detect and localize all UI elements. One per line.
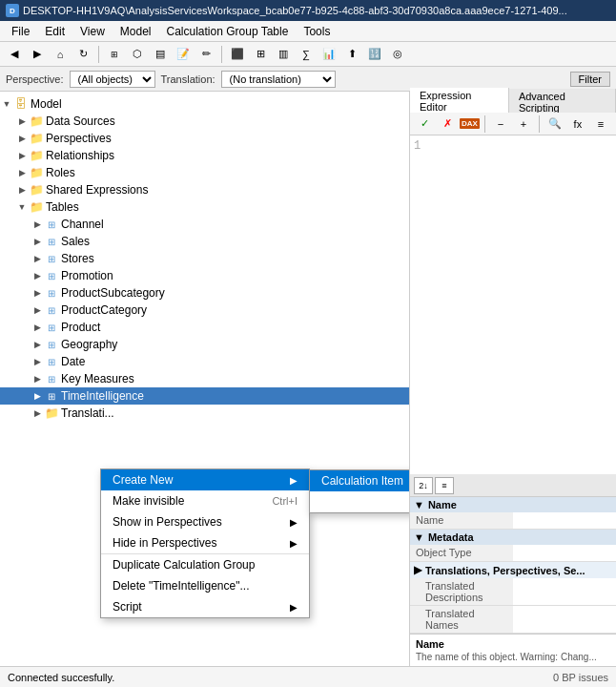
description-panel: Name The name of this object. Warning: C…	[410, 634, 616, 666]
tree-node-datasources[interactable]: ▶ 📁 Data Sources	[0, 113, 409, 130]
tb-measure-btn[interactable]: ∑	[296, 45, 317, 64]
toggle-timeintelligence[interactable]: ▶	[31, 389, 44, 403]
tb-deploy-btn[interactable]: ⬛	[227, 45, 248, 64]
toggle-model[interactable]: ▼	[0, 97, 13, 111]
toggle-translations[interactable]: ▶	[31, 406, 44, 420]
cm-duplicate[interactable]: Duplicate Calculation Group	[101, 553, 309, 575]
tree-node-stores[interactable]: ▶ ⊞ Stores	[0, 250, 409, 267]
tb-edit-btn[interactable]: ✏	[195, 45, 216, 64]
tree-label-tables: Tables	[46, 200, 79, 214]
tb-refresh-btn[interactable]: ↻	[72, 45, 93, 64]
tab-expression-editor[interactable]: Expression Editor	[410, 88, 509, 116]
tree-node-product[interactable]: ▶ ⊞ Product	[0, 319, 409, 336]
expr-plus-btn[interactable]: +	[513, 114, 534, 134]
tree-node-translations[interactable]: ▶ 📁 Translati...	[0, 405, 409, 422]
props-val-transnames[interactable]	[513, 606, 616, 633]
props-sort-btn[interactable]: 2↓	[414, 477, 433, 494]
cm-create-new[interactable]: Create New ▶ Calculation Item Measure Al…	[101, 469, 309, 490]
tb-kpi-btn[interactable]: 📊	[318, 45, 339, 64]
props-val-objecttype[interactable]	[513, 545, 616, 561]
perspective-select[interactable]: (All objects)	[70, 71, 155, 88]
menu-file[interactable]: File	[4, 23, 37, 40]
tree-node-geography[interactable]: ▶ ⊞ Geography	[0, 336, 409, 353]
submenu-calculation-item[interactable]: Calculation Item	[310, 470, 410, 491]
tb-home-btn[interactable]: ⌂	[50, 45, 71, 64]
props-section-metadata[interactable]: ▼ Metadata	[410, 530, 616, 545]
title-bar: D DESKTOP-HH1V9AQ\AnalysisServicesWorksp…	[0, 0, 616, 21]
tree-node-relationships[interactable]: ▶ 📁 Relationships	[0, 147, 409, 164]
props-section-translations[interactable]: ▶ Translations, Perspectives, Se...	[410, 562, 616, 578]
toggle-date[interactable]: ▶	[31, 355, 44, 368]
tree-node-perspectives[interactable]: ▶ 📁 Perspectives	[0, 130, 409, 147]
properties-toolbar: 2↓ ≡	[410, 474, 616, 497]
props-val-transdescs[interactable]	[513, 578, 616, 605]
tb-table-btn[interactable]: ⊞	[250, 45, 271, 64]
toggle-promotion[interactable]: ▶	[31, 269, 44, 282]
translation-select[interactable]: (No translation)	[221, 71, 336, 88]
tree-node-keymeasures[interactable]: ▶ ⊞ Key Measures	[0, 370, 409, 387]
toggle-product[interactable]: ▶	[31, 321, 44, 334]
tree-node-productsubcategory[interactable]: ▶ ⊞ ProductSubcategory	[0, 284, 409, 302]
tree-node-shared-expressions[interactable]: ▶ 📁 Shared Expressions	[0, 181, 409, 198]
menu-model[interactable]: Model	[113, 23, 159, 40]
cm-hide-perspectives[interactable]: Hide in Perspectives ▶	[101, 532, 309, 553]
tree-node-channel[interactable]: ▶ ⊞ Channel	[0, 216, 409, 233]
toggle-productcategory[interactable]: ▶	[31, 303, 44, 317]
expr-checkmark-btn[interactable]: ✓	[414, 114, 435, 134]
menu-tools[interactable]: Tools	[296, 23, 338, 40]
expr-minus-btn[interactable]: −	[490, 114, 511, 134]
cm-hide-perspectives-label: Hide in Perspectives	[113, 536, 216, 550]
props-section-name[interactable]: ▼ Name	[410, 497, 616, 512]
expr-cancel-btn[interactable]: ✗	[437, 114, 458, 134]
toggle-stores[interactable]: ▶	[31, 252, 44, 265]
menu-calc-group[interactable]: Calculation Group Table	[159, 23, 297, 40]
tb-script-btn[interactable]: 📝	[173, 45, 194, 64]
tree-node-sales[interactable]: ▶ ⊞ Sales	[0, 233, 409, 250]
toggle-datasources[interactable]: ▶	[15, 114, 29, 128]
tree-node-roles[interactable]: ▶ 📁 Roles	[0, 164, 409, 181]
tree-node-productcategory[interactable]: ▶ ⊞ ProductCategory	[0, 302, 409, 319]
tree-node-model[interactable]: ▼ 🗄 Model	[0, 95, 409, 113]
expr-func-btn[interactable]: fx	[567, 114, 588, 134]
tree-label-model: Model	[31, 97, 62, 111]
submenu-measure[interactable]: Measure Alt+1	[310, 491, 410, 512]
filter-button[interactable]: Filter	[570, 72, 610, 87]
cm-show-perspectives[interactable]: Show in Perspectives ▶	[101, 511, 309, 532]
toggle-channel[interactable]: ▶	[31, 218, 44, 231]
toggle-sales[interactable]: ▶	[31, 235, 44, 248]
tree-node-promotion[interactable]: ▶ ⊞ Promotion	[0, 267, 409, 284]
tb-back-btn[interactable]: ◀	[4, 45, 25, 64]
translation-label: Translation:	[161, 73, 216, 85]
expr-more-btn[interactable]: ≡	[590, 114, 611, 134]
toggle-tables[interactable]: ▼	[15, 200, 29, 214]
props-list-btn[interactable]: ≡	[435, 477, 454, 494]
toggle-shared-expressions[interactable]: ▶	[15, 183, 29, 197]
toggle-geography[interactable]: ▶	[31, 338, 44, 351]
tb-forward-btn[interactable]: ▶	[27, 45, 48, 64]
toggle-relationships[interactable]: ▶	[15, 149, 29, 162]
tb-col-btn[interactable]: ▥	[273, 45, 294, 64]
tb-diagram-btn[interactable]: ⬡	[127, 45, 148, 64]
tree-node-timeintelligence[interactable]: ▶ ⊞ TimeIntelligence	[0, 387, 409, 405]
toggle-productsubcategory[interactable]: ▶	[31, 286, 44, 300]
toggle-roles[interactable]: ▶	[15, 166, 29, 179]
tb-query-btn[interactable]: ▤	[150, 45, 171, 64]
cm-make-invisible[interactable]: Make invisible Ctrl+I	[101, 490, 309, 511]
tb-perspective-btn[interactable]: ◎	[387, 45, 408, 64]
tree-node-tables[interactable]: ▼ 📁 Tables	[0, 198, 409, 216]
tb-hier-btn[interactable]: ⬆	[341, 45, 362, 64]
cm-script[interactable]: Script ▶	[101, 596, 309, 617]
toggle-perspectives[interactable]: ▶	[15, 132, 29, 145]
menu-edit[interactable]: Edit	[37, 23, 72, 40]
cm-delete[interactable]: Delete "TimeIntelligence"...	[101, 575, 309, 596]
expression-area[interactable]: 1	[410, 135, 616, 474]
tree-node-date[interactable]: ▶ ⊞ Date	[0, 353, 409, 370]
tab-advanced-scripting[interactable]: Advanced Scripting	[509, 89, 616, 115]
tb-calc-btn[interactable]: 🔢	[364, 45, 385, 64]
props-val-name[interactable]	[513, 512, 616, 529]
menu-view[interactable]: View	[72, 23, 113, 40]
expr-search-btn[interactable]: 🔍	[544, 114, 565, 134]
tb-model-btn[interactable]: ⊞	[104, 45, 125, 64]
toggle-keymeasures[interactable]: ▶	[31, 372, 44, 385]
cm-create-new-arrow: ▶	[290, 475, 298, 486]
